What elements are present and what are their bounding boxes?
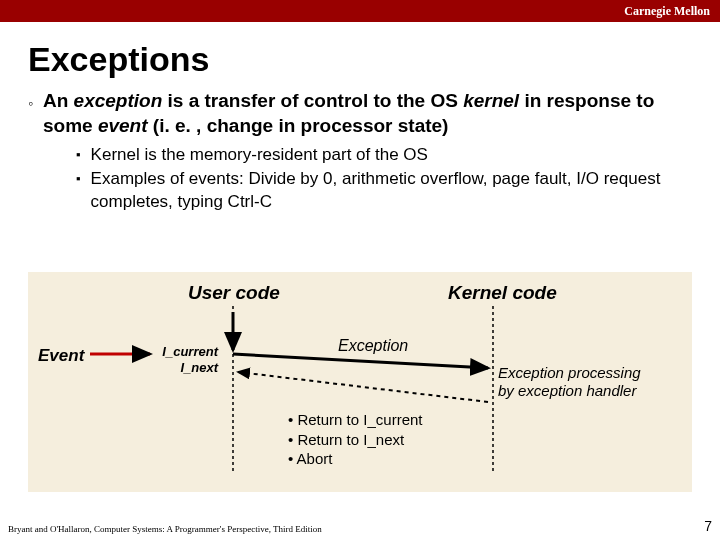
sub-bullet: ▪ Kernel is the memory-resident part of … — [76, 144, 672, 166]
sub-bullet-text: Kernel is the memory-resident part of th… — [91, 144, 672, 166]
sub-bullet-text: Examples of events: Divide by 0, arithme… — [91, 168, 672, 212]
bullet-icon: ▪ — [76, 171, 81, 188]
exception-label: Exception — [338, 337, 408, 355]
svg-line-4 — [233, 354, 488, 368]
bullet-icon: ▪ — [76, 147, 81, 164]
slide-title: Exceptions — [0, 22, 720, 89]
main-bullet-text: An exception is a transfer of control to… — [43, 89, 692, 138]
footer-citation: Bryant and O'Hallaron, Computer Systems:… — [8, 524, 322, 534]
diagram: User code Kernel code Event I_current I_… — [28, 272, 692, 492]
page-number: 7 — [704, 518, 712, 534]
return-item: • Return to I_next — [288, 430, 422, 450]
footer: Bryant and O'Hallaron, Computer Systems:… — [8, 518, 712, 534]
i-next-label: I_next — [158, 360, 218, 375]
return-list: • Return to I_current • Return to I_next… — [288, 410, 422, 469]
header-bar: Carnegie Mellon — [0, 0, 720, 22]
sub-bullet: ▪ Examples of events: Divide by 0, arith… — [76, 168, 672, 212]
kernel-code-heading: Kernel code — [448, 282, 557, 304]
return-item: • Return to I_current — [288, 410, 422, 430]
event-label: Event — [38, 346, 84, 366]
main-bullet: ◦ An exception is a transfer of control … — [28, 89, 692, 138]
i-current-label: I_current — [158, 344, 218, 359]
sub-bullet-list: ▪ Kernel is the memory-resident part of … — [28, 144, 692, 212]
exception-processing-label: Exception processing by exception handle… — [498, 364, 641, 400]
slide: Carnegie Mellon Exceptions ◦ An exceptio… — [0, 0, 720, 540]
content-area: ◦ An exception is a transfer of control … — [0, 89, 720, 213]
bullet-icon: ◦ — [28, 94, 33, 112]
user-code-heading: User code — [188, 282, 280, 304]
header-org: Carnegie Mellon — [624, 4, 710, 19]
svg-line-5 — [238, 372, 488, 402]
return-item: • Abort — [288, 449, 422, 469]
